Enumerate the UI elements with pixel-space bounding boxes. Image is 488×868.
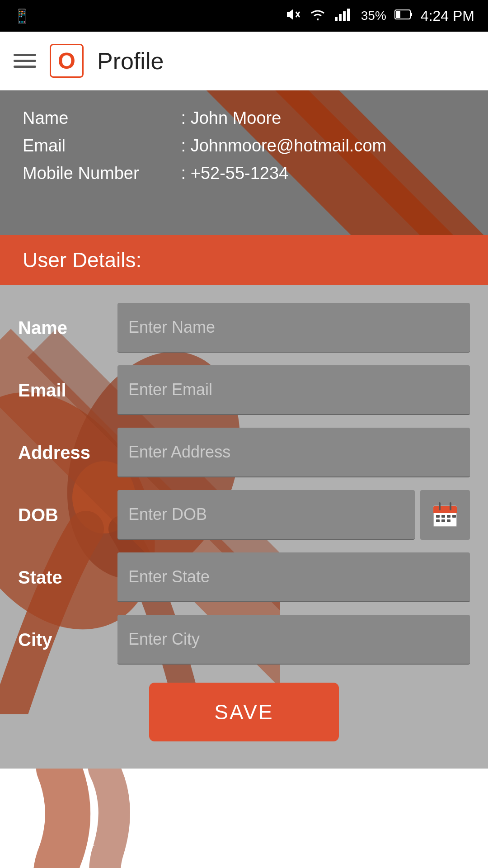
profile-mobile-value: +52-55-1234: [191, 164, 289, 183]
form-address-row: Address: [18, 428, 470, 477]
dob-input-wrap: [117, 490, 470, 540]
svg-rect-24: [436, 519, 440, 522]
signal-icon: [335, 6, 353, 26]
svg-rect-22: [447, 515, 450, 518]
form-state-row: State: [18, 552, 470, 602]
city-input[interactable]: [117, 615, 470, 665]
profile-name-colon: :: [181, 108, 191, 127]
battery-icon: [394, 8, 413, 24]
page-title: Profile: [97, 47, 164, 75]
status-time: 4:24 PM: [421, 8, 474, 24]
address-input[interactable]: [117, 428, 470, 477]
status-left: 📱: [14, 8, 30, 24]
calendar-button[interactable]: [420, 490, 470, 540]
hamburger-menu[interactable]: [14, 54, 36, 68]
form-name-row: Name: [18, 303, 470, 353]
profile-email-colon: :: [181, 136, 191, 155]
profile-email-row: Email : Johnmoore@hotmail.com: [23, 136, 465, 156]
user-details-header: User Details:: [0, 235, 488, 285]
svg-rect-3: [335, 17, 338, 21]
wifi-icon: [309, 6, 327, 26]
profile-info-section: Name : John Moore Email : Johnmoore@hotm…: [0, 90, 488, 235]
dob-input[interactable]: [117, 490, 415, 540]
svg-rect-20: [436, 515, 440, 518]
bottom-area: [0, 769, 488, 868]
app-logo: O: [50, 44, 84, 78]
form-dob-row: DOB: [18, 490, 470, 540]
svg-rect-23: [452, 515, 456, 518]
state-input[interactable]: [117, 552, 470, 602]
user-details-title: User Details:: [23, 248, 141, 272]
svg-rect-17: [433, 509, 457, 513]
svg-rect-8: [410, 13, 412, 16]
profile-name-value: John Moore: [191, 108, 282, 127]
svg-rect-6: [347, 9, 350, 21]
svg-rect-21: [441, 515, 445, 518]
form-city-label: City: [18, 630, 117, 650]
svg-rect-4: [339, 14, 342, 21]
form-email-row: Email: [18, 365, 470, 415]
form-address-label: Address: [18, 443, 117, 463]
svg-rect-5: [343, 11, 346, 21]
svg-rect-25: [441, 519, 445, 522]
top-nav: O Profile: [0, 32, 488, 90]
profile-email-label: Email: [23, 136, 176, 156]
phone-icon: 📱: [14, 8, 30, 24]
svg-marker-0: [287, 9, 293, 20]
save-button[interactable]: SAVE: [149, 683, 339, 741]
email-input[interactable]: [117, 365, 470, 415]
profile-mobile-colon: :: [181, 164, 191, 183]
status-bar: 📱 35%: [0, 0, 488, 32]
profile-name-label: Name: [23, 108, 176, 128]
name-input[interactable]: [117, 303, 470, 353]
svg-rect-9: [396, 11, 400, 18]
profile-mobile-row: Mobile Number : +52-55-1234: [23, 164, 465, 183]
profile-email-value: Johnmoore@hotmail.com: [191, 136, 387, 155]
form-dob-label: DOB: [18, 505, 117, 525]
profile-name-row: Name : John Moore: [23, 108, 465, 128]
battery-level: 35%: [361, 9, 386, 23]
status-right: 35% 4:24 PM: [284, 6, 474, 26]
form-email-label: Email: [18, 380, 117, 401]
form-city-row: City: [18, 615, 470, 665]
profile-mobile-label: Mobile Number: [23, 164, 176, 183]
form-name-label: Name: [18, 318, 117, 338]
save-btn-row: SAVE: [18, 683, 470, 741]
form-section: Name Email Address DOB: [0, 285, 488, 769]
form-state-label: State: [18, 567, 117, 588]
mute-icon: [284, 6, 300, 26]
svg-rect-26: [447, 519, 450, 522]
